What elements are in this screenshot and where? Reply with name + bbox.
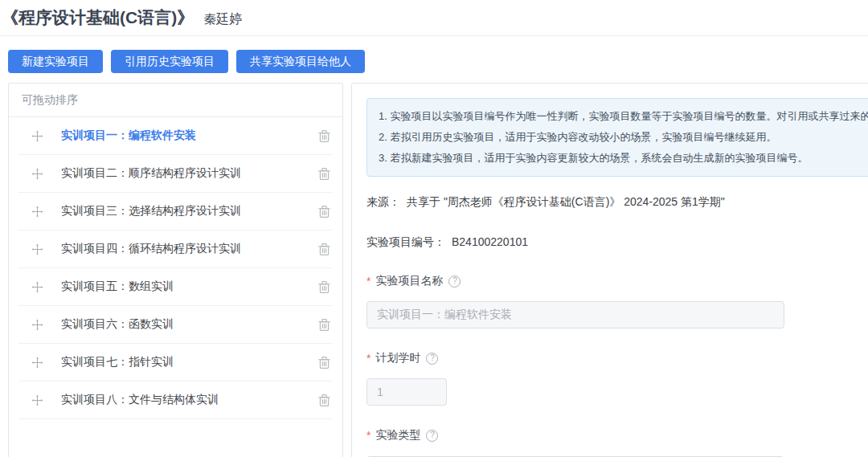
required-marker: * [366,352,371,365]
teacher-name: 秦廷婷 [203,12,242,26]
notice-line-2: 2. 若拟引用历史实验项目，适用于实验内容改动较小的场景，实验项目编号继续延用。 [379,127,868,148]
page-header: 《程序设计基础(C语言)》秦廷婷 [0,0,868,36]
toolbar: 新建实验项目 引用历史实验项目 共享实验项目给他人 [8,50,868,73]
project-list-item[interactable]: 实训项目一：编程软件安装 [18,117,333,155]
project-list-item[interactable]: 实训项目三：选择结构程序设计实训 [18,193,333,231]
trash-icon[interactable] [317,394,331,407]
project-item-label: 实训项目五：数组实训 [61,280,317,294]
project-list-panel: 可拖动排序 实训项目一：编程软件安装 [8,83,343,457]
planned-hours-input[interactable] [366,378,447,406]
project-list-item[interactable]: 实训项目八：文件与结构体实训 [18,382,333,419]
project-name-label: * 实验项目名称 ? [366,274,868,288]
trash-icon[interactable] [317,167,331,181]
new-project-button[interactable]: 新建实验项目 [8,50,103,73]
project-item-label: 实训项目一：编程软件安装 [61,129,317,143]
source-value: 共享于 "周杰老师《程序设计基础(C语言)》 2024-2025 第1学期" [407,195,725,208]
trash-icon[interactable] [317,205,331,218]
help-icon[interactable]: ? [448,275,461,288]
source-label: 来源： [366,195,400,208]
drag-handle-icon[interactable] [31,357,43,369]
planned-hours-label: * 计划学时 ? [366,351,868,365]
experiment-type-label: * 实验类型 ? [366,428,868,443]
help-icon[interactable]: ? [426,430,438,442]
project-list-item[interactable]: 实训项目七：指针实训 [18,344,333,382]
trash-icon[interactable] [317,280,331,294]
drag-handle-icon[interactable] [31,130,43,142]
trash-icon[interactable] [317,243,331,256]
project-item-label: 实训项目三：选择结构程序设计实训 [61,204,317,218]
project-list-item[interactable]: 实训项目二：顺序结构程序设计实训 [18,155,333,193]
planned-hours-label-text: 计划学时 [375,351,420,365]
project-name-input[interactable] [366,301,784,328]
trash-icon[interactable] [317,129,331,143]
project-list-item[interactable]: 实训项目四：循环结构程序设计实训 [18,231,333,268]
drag-handle-icon[interactable] [31,319,43,331]
project-code-label: 实验项目编号： [366,235,445,248]
notice-line-3: 3. 若拟新建实验项目，适用于实验内容更新较大的场景，系统会自动生成新的实验项目… [379,148,868,169]
project-list: 实训项目一：编程软件安装 实训项目二：顺序结构程序设计实训 [9,117,342,419]
share-project-button[interactable]: 共享实验项目给他人 [236,50,365,73]
import-history-button[interactable]: 引用历史实验项目 [111,50,228,73]
required-marker: * [366,429,371,442]
project-item-label: 实训项目二：顺序结构程序设计实训 [61,166,317,181]
project-code-value: B24100220101 [452,235,528,248]
project-code-line: 实验项目编号：B24100220101 [366,235,868,250]
project-item-label: 实训项目八：文件与结构体实训 [61,393,317,407]
experiment-type-label-text: 实验类型 [375,428,420,443]
trash-icon[interactable] [317,318,331,332]
source-line: 来源：共享于 "周杰老师《程序设计基础(C语言)》 2024-2025 第1学期… [366,195,868,210]
project-item-label: 实训项目六：函数实训 [61,317,317,332]
drag-handle-icon[interactable] [31,168,43,180]
project-list-item[interactable]: 实训项目六：函数实训 [18,306,333,344]
project-detail-panel: 1. 实验项目以实验项目编号作为唯一性判断，实验项目数量等于实验项目编号的数量。… [351,83,868,457]
required-marker: * [366,275,371,288]
project-list-item[interactable]: 实训项目五：数组实训 [18,268,333,306]
drag-handle-icon[interactable] [31,394,43,406]
drag-handle-icon[interactable] [31,243,43,255]
drag-handle-icon[interactable] [31,206,43,218]
project-item-label: 实训项目四：循环结构程序设计实训 [61,242,317,256]
trash-icon[interactable] [317,356,331,369]
project-item-label: 实训项目七：指针实训 [61,355,317,369]
project-name-label-text: 实验项目名称 [375,274,443,288]
drag-sort-hint: 可拖动排序 [9,84,342,117]
drag-handle-icon[interactable] [31,281,43,293]
notice-box: 1. 实验项目以实验项目编号作为唯一性判断，实验项目数量等于实验项目编号的数量。… [366,98,868,177]
notice-line-1: 1. 实验项目以实验项目编号作为唯一性判断，实验项目数量等于实验项目编号的数量。… [379,106,868,127]
page-title: 《程序设计基础(C语言)》 [2,6,194,29]
help-icon[interactable]: ? [426,353,438,365]
